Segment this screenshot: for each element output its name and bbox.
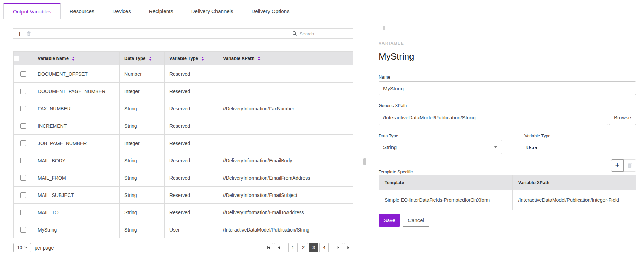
tab-devices[interactable]: Devices bbox=[103, 3, 140, 19]
variables-table: Variable Name Data Type Variable Type Va… bbox=[13, 51, 353, 238]
row-checkbox[interactable] bbox=[20, 106, 26, 111]
row-checkbox[interactable] bbox=[20, 89, 26, 94]
cell-template-xpath: /InteractiveDataModel/Publication/Intege… bbox=[512, 190, 636, 210]
row-checkbox[interactable] bbox=[20, 71, 26, 77]
cancel-button[interactable]: Cancel bbox=[403, 214, 429, 227]
table-header-row: Variable Name Data Type Variable Type Va… bbox=[14, 52, 353, 65]
cell-variable-xpath: //DeliveryInformation/EmailSubject bbox=[218, 187, 353, 204]
row-checkbox[interactable] bbox=[20, 192, 26, 198]
table-row[interactable]: INCREMENT String Reserved bbox=[14, 117, 353, 135]
template-table-row[interactable]: Simple EO-InterDataFields-PromptedforOnX… bbox=[379, 190, 636, 210]
column-header-variable-xpath[interactable]: Variable XPath bbox=[218, 52, 353, 65]
cell-template: Simple EO-InterDataFields-PromptedforOnX… bbox=[379, 190, 513, 210]
cell-variable-xpath bbox=[218, 65, 353, 83]
table-row[interactable]: DOCUMENT_OFFSET Number Reserved bbox=[14, 65, 353, 83]
cell-variable-type: Reserved bbox=[165, 152, 218, 169]
trash-icon bbox=[627, 163, 632, 168]
panel-drag-handle[interactable] bbox=[363, 158, 366, 165]
cell-data-type: String bbox=[120, 152, 165, 169]
detail-buttons: Save Cancel bbox=[379, 214, 429, 227]
list-toolbar: + bbox=[13, 28, 353, 39]
cell-variable-xpath: //DeliveryInformation/EmailFromAddress bbox=[218, 169, 353, 187]
per-page-select[interactable]: 10 bbox=[13, 243, 31, 252]
select-all-checkbox[interactable] bbox=[14, 56, 19, 61]
tab-resources[interactable]: Resources bbox=[61, 3, 104, 19]
tab-delivery-channels[interactable]: Delivery Channels bbox=[182, 3, 242, 19]
row-checkbox[interactable] bbox=[20, 123, 26, 129]
table-row[interactable]: MAIL_FROM String Reserved //DeliveryInfo… bbox=[14, 169, 353, 187]
table-row[interactable]: MAIL_BODY String Reserved //DeliveryInfo… bbox=[14, 152, 353, 169]
cell-variable-type: Reserved bbox=[165, 187, 218, 204]
prev-page-button[interactable] bbox=[274, 243, 283, 252]
column-header-data-type[interactable]: Data Type bbox=[120, 52, 165, 65]
name-field[interactable] bbox=[379, 81, 636, 95]
delete-variable-button[interactable] bbox=[24, 29, 33, 38]
data-type-value: String bbox=[383, 144, 397, 150]
cell-variable-type: Reserved bbox=[165, 204, 218, 221]
cell-variable-type: User bbox=[165, 221, 218, 238]
browse-button[interactable]: Browse bbox=[609, 110, 636, 125]
cell-variable-type: Reserved bbox=[165, 135, 218, 152]
cell-data-type: Number bbox=[120, 65, 165, 83]
row-checkbox[interactable] bbox=[20, 210, 26, 215]
cell-variable-xpath bbox=[218, 117, 353, 135]
pagination: 1 2 3 4 bbox=[263, 243, 353, 252]
table-row[interactable]: FAX_NUMBER String Reserved //DeliveryInf… bbox=[14, 100, 353, 117]
add-template-mapping-button[interactable]: + bbox=[611, 159, 624, 172]
table-row[interactable]: MAIL_TO String Reserved //DeliveryInform… bbox=[14, 204, 353, 221]
table-row[interactable]: MyString String User /InteractiveDataMod… bbox=[14, 221, 353, 238]
row-checkbox[interactable] bbox=[20, 140, 26, 146]
row-checkbox[interactable] bbox=[20, 158, 26, 163]
cell-variable-name: DOCUMENT_OFFSET bbox=[33, 65, 120, 83]
page-button-3-active[interactable]: 3 bbox=[309, 243, 318, 252]
plus-icon: + bbox=[615, 162, 620, 169]
tab-output-variables[interactable]: Output Variables bbox=[3, 3, 61, 19]
table-row[interactable]: MAIL_SUBJECT String Reserved //DeliveryI… bbox=[14, 187, 353, 204]
variable-type-value: User bbox=[526, 145, 538, 151]
cell-variable-xpath: //DeliveryInformation/FaxNumber bbox=[218, 100, 353, 117]
template-table-header-row: Template Variable XPath bbox=[379, 175, 636, 190]
page-button-4[interactable]: 4 bbox=[319, 243, 329, 252]
save-button[interactable]: Save bbox=[379, 214, 400, 227]
table-row[interactable]: JOB_PAGE_NUMBER Integer Reserved bbox=[14, 135, 353, 152]
tab-recipients[interactable]: Recipients bbox=[140, 3, 182, 19]
sort-icon bbox=[149, 57, 152, 61]
cell-data-type: String bbox=[120, 100, 165, 117]
next-page-button[interactable] bbox=[334, 243, 343, 252]
last-page-button[interactable] bbox=[344, 243, 353, 252]
generic-xpath-label: Generic XPath bbox=[379, 103, 407, 108]
chevron-down-icon bbox=[24, 245, 28, 249]
plus-icon: + bbox=[18, 30, 22, 37]
search-input[interactable] bbox=[300, 31, 341, 36]
cell-variable-type: Reserved bbox=[165, 65, 218, 83]
page-button-1[interactable]: 1 bbox=[288, 243, 298, 252]
collapse-handle-icon[interactable] bbox=[383, 26, 385, 30]
column-header-variable-type[interactable]: Variable Type bbox=[165, 52, 218, 65]
first-page-button[interactable] bbox=[264, 243, 273, 252]
page-button-2[interactable]: 2 bbox=[299, 243, 308, 252]
cell-variable-type: Reserved bbox=[165, 83, 218, 100]
cell-variable-type: Reserved bbox=[165, 100, 218, 117]
delete-template-mapping-button[interactable] bbox=[624, 159, 636, 172]
row-checkbox[interactable] bbox=[20, 175, 26, 181]
generic-xpath-field[interactable] bbox=[379, 110, 608, 125]
row-checkbox[interactable] bbox=[20, 227, 26, 233]
column-header-template: Template bbox=[379, 175, 513, 190]
column-header-variable-name[interactable]: Variable Name bbox=[33, 52, 120, 65]
list-footer: 10 per page 1 2 3 4 bbox=[13, 243, 353, 252]
sort-icon bbox=[201, 57, 204, 61]
table-row[interactable]: DOCUMENT_PAGE_NUMBER Integer Reserved bbox=[14, 83, 353, 100]
generic-xpath-row: Browse bbox=[379, 110, 636, 125]
tab-bar: Output Variables Resources Devices Recip… bbox=[0, 0, 636, 19]
first-page-icon bbox=[267, 246, 270, 250]
cell-variable-xpath bbox=[218, 135, 353, 152]
data-type-select[interactable]: String bbox=[379, 140, 502, 154]
cell-variable-name: FAX_NUMBER bbox=[33, 100, 120, 117]
panel-divider bbox=[365, 19, 365, 254]
cell-variable-xpath: //DeliveryInformation/EmailBody bbox=[218, 152, 353, 169]
add-variable-button[interactable]: + bbox=[15, 29, 24, 38]
tab-delivery-options[interactable]: Delivery Options bbox=[242, 3, 298, 19]
prev-page-icon bbox=[277, 246, 281, 250]
cell-variable-name: MyString bbox=[33, 221, 120, 238]
cell-variable-name: MAIL_SUBJECT bbox=[33, 187, 120, 204]
